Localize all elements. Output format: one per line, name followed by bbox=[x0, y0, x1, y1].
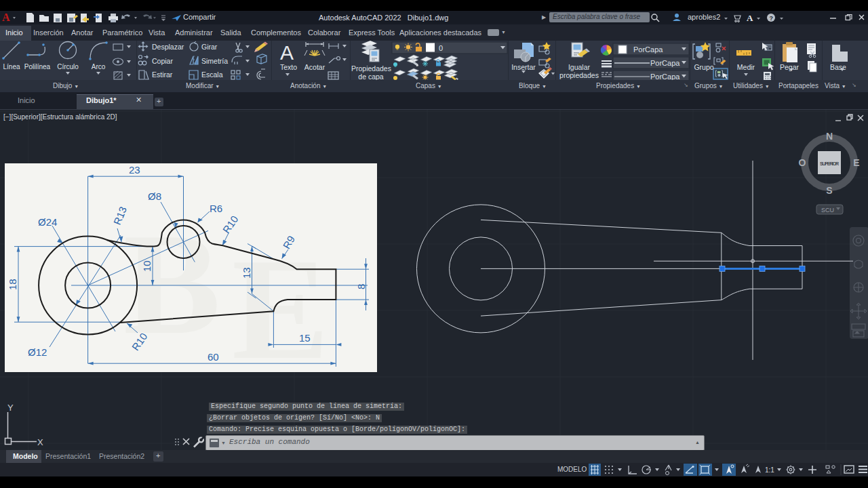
svg-text:60: 60 bbox=[208, 351, 219, 363]
svg-text:O: O bbox=[799, 157, 806, 168]
svg-text:Ø24: Ø24 bbox=[38, 216, 57, 228]
svg-text:10: 10 bbox=[141, 260, 153, 272]
svg-text:SCU: SCU bbox=[821, 207, 834, 214]
svg-text:13: 13 bbox=[241, 267, 252, 279]
svg-text:R6: R6 bbox=[210, 203, 222, 214]
svg-text:N: N bbox=[826, 131, 833, 142]
svg-text:A: A bbox=[280, 41, 294, 64]
svg-text:Ø12: Ø12 bbox=[28, 346, 47, 358]
svg-text:PorCapa: PorCapa bbox=[650, 59, 680, 67]
svg-text:A: A bbox=[747, 13, 753, 23]
svg-text:SUPERIOR: SUPERIOR bbox=[820, 161, 839, 166]
svg-text:A: A bbox=[2, 12, 10, 23]
svg-text:15: 15 bbox=[299, 332, 311, 344]
svg-text:0: 0 bbox=[439, 44, 443, 52]
svg-text:Y: Y bbox=[7, 403, 14, 413]
svg-text:E: E bbox=[853, 157, 859, 168]
svg-text:?: ? bbox=[770, 15, 774, 22]
svg-text:8: 8 bbox=[355, 284, 367, 289]
svg-text:PorCapa: PorCapa bbox=[633, 45, 663, 54]
svg-text:Ø8: Ø8 bbox=[148, 190, 161, 202]
svg-text:S: S bbox=[826, 185, 832, 196]
svg-text:PorCapa: PorCapa bbox=[650, 73, 680, 80]
svg-text:X: X bbox=[37, 437, 43, 447]
svg-text:18: 18 bbox=[7, 279, 18, 290]
svg-text:23: 23 bbox=[129, 164, 140, 176]
svg-text:1:1: 1:1 bbox=[765, 466, 774, 474]
